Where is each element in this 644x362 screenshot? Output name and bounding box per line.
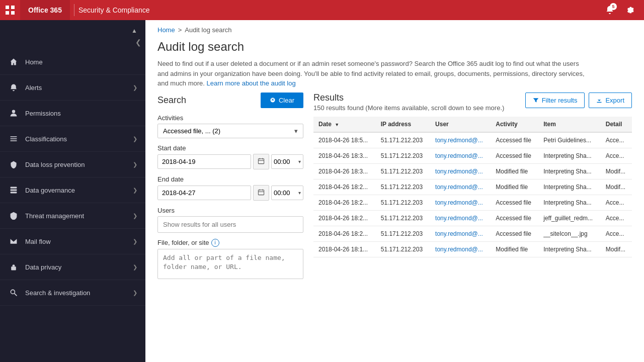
activities-select[interactable]: Accessed file, ... (2) ▾ — [157, 124, 303, 138]
cell-detail: Acce... — [601, 195, 632, 210]
table-row[interactable]: 2018-04-26 18:5... 51.171.212.203 tony.r… — [313, 132, 632, 148]
learn-more-link[interactable]: Learn more about the audit log — [207, 79, 296, 87]
filter-results-button[interactable]: Filter results — [525, 93, 585, 108]
col-date[interactable]: Date ▼ — [313, 117, 376, 132]
sidebar-item-label-permissions: Permissions — [25, 110, 137, 117]
sidebar-toggle-button[interactable]: ❮ — [135, 38, 141, 46]
export-button[interactable]: Export — [589, 93, 632, 108]
table-row[interactable]: 2018-04-26 18:3... 51.171.212.203 tony.r… — [313, 148, 632, 163]
sidebar-item-data-privacy[interactable]: Data privacy ❯ — [0, 254, 145, 280]
user-link[interactable]: tony.redmond@... — [435, 137, 483, 144]
activities-value: Accessed file, ... (2) — [163, 127, 220, 135]
end-time-select[interactable]: 00:00 ▾ — [271, 186, 303, 200]
cell-date: 2018-04-26 18:5... — [313, 132, 376, 148]
cell-detail: Modif... — [601, 179, 632, 195]
content-area: Home > Audit log search Audit log search… — [145, 20, 644, 362]
page-description: Need to find out if a user deleted a doc… — [157, 59, 590, 88]
col-ip: IP address — [376, 117, 430, 132]
search-panel: Search Clear Activities Accessed file, .… — [157, 93, 303, 358]
cell-date: 2018-04-26 18:2... — [313, 195, 376, 210]
start-date-calendar-button[interactable] — [253, 154, 269, 169]
user-link[interactable]: tony.redmond@... — [435, 246, 483, 253]
start-time-select[interactable]: 00:00 ▾ — [271, 154, 303, 169]
file-info-icon[interactable]: i — [211, 239, 219, 247]
results-table-wrap: Date ▼ IP address User Activity Item Det… — [313, 117, 632, 358]
sidebar-item-dlp[interactable]: Data loss prevention ❯ — [0, 152, 145, 177]
end-date-calendar-button[interactable] — [253, 185, 269, 201]
user-link[interactable]: tony.redmond@... — [435, 168, 483, 175]
breadcrumb-home[interactable]: Home — [157, 26, 175, 34]
cell-user: tony.redmond@... — [430, 148, 491, 163]
user-link[interactable]: tony.redmond@... — [435, 215, 483, 222]
sidebar-item-label-alerts: Alerts — [25, 84, 133, 92]
threat-management-icon — [8, 210, 19, 221]
svg-rect-3 — [11, 11, 15, 15]
table-row[interactable]: 2018-04-26 18:2... 51.171.212.203 tony.r… — [313, 179, 632, 195]
col-item: Item — [538, 117, 600, 132]
sidebar-item-label-search-investigation: Search & investigation — [25, 289, 133, 297]
collapse-button[interactable]: ▲ — [127, 24, 141, 37]
cell-item: Petri Guidelines... — [538, 132, 600, 148]
results-info: Results 150 results found (More items av… — [313, 93, 504, 112]
cell-date: 2018-04-26 18:2... — [313, 226, 376, 241]
sidebar-item-permissions[interactable]: Permissions — [0, 101, 145, 126]
notifications-button[interactable]: 5 — [602, 2, 618, 18]
cell-detail: Modif... — [601, 163, 632, 179]
results-title: Results — [313, 93, 504, 103]
file-label: File, folder, or site — [157, 239, 209, 246]
cell-activity: Accessed file — [491, 210, 538, 226]
results-count: 150 results found (More items available,… — [313, 104, 504, 112]
sidebar-item-search-investigation[interactable]: Search & investigation ❯ — [0, 280, 145, 306]
activities-label: Activities — [157, 114, 303, 122]
sidebar-item-alerts[interactable]: Alerts ❯ — [0, 75, 145, 101]
cell-user: tony.redmond@... — [430, 195, 491, 210]
svg-rect-11 — [11, 266, 16, 270]
svg-rect-7 — [11, 140, 17, 141]
cell-date: 2018-04-26 18:2... — [313, 179, 376, 195]
cell-activity: Modified file — [491, 179, 538, 195]
user-link[interactable]: tony.redmond@... — [435, 230, 483, 237]
end-date-input[interactable] — [157, 186, 251, 200]
users-input[interactable] — [157, 216, 303, 233]
clear-button[interactable]: Clear — [261, 93, 303, 108]
data-governance-icon — [8, 185, 19, 196]
sidebar-item-data-governance[interactable]: Data governance ❯ — [0, 177, 145, 203]
user-link[interactable]: tony.redmond@... — [435, 184, 483, 191]
col-detail: Detail — [601, 117, 632, 132]
cell-item: Interpreting Sha... — [538, 148, 600, 163]
table-row[interactable]: 2018-04-26 18:2... 51.171.212.203 tony.r… — [313, 226, 632, 241]
sidebar-item-threat-management[interactable]: Threat management ❯ — [0, 203, 145, 229]
sidebar-item-home[interactable]: Home — [0, 49, 145, 75]
cell-detail: Acce... — [601, 210, 632, 226]
sidebar-item-label-home: Home — [25, 58, 137, 66]
sidebar-item-mail-flow[interactable]: Mail flow ❯ — [0, 229, 145, 254]
search-header: Search Clear — [157, 93, 303, 108]
apps-button[interactable] — [0, 0, 20, 20]
topbar-title: Security & Compliance — [78, 6, 150, 14]
cell-item: Interpreting Sha... — [538, 195, 600, 210]
sidebar: ▲ ❮ Home Alerts ❯ Permissions — [0, 20, 145, 362]
svg-rect-18 — [258, 190, 264, 195]
table-row[interactable]: 2018-04-26 18:1... 51.171.212.203 tony.r… — [313, 241, 632, 257]
cell-user: tony.redmond@... — [430, 179, 491, 195]
svg-rect-2 — [6, 11, 9, 15]
cell-item: __siteIcon__.jpg — [538, 226, 600, 241]
start-time-value: 00:00 — [274, 158, 290, 165]
user-link[interactable]: tony.redmond@... — [435, 152, 483, 159]
table-row[interactable]: 2018-04-26 18:2... 51.171.212.203 tony.r… — [313, 195, 632, 210]
settings-button[interactable] — [622, 2, 638, 18]
sidebar-item-label-data-governance: Data governance — [25, 187, 133, 194]
col-activity: Activity — [491, 117, 538, 132]
cell-date: 2018-04-26 18:3... — [313, 148, 376, 163]
table-row[interactable]: 2018-04-26 18:3... 51.171.212.203 tony.r… — [313, 163, 632, 179]
table-row[interactable]: 2018-04-26 18:2... 51.171.212.203 tony.r… — [313, 210, 632, 226]
svg-rect-5 — [11, 136, 17, 137]
file-textarea[interactable] — [157, 249, 303, 279]
user-link[interactable]: tony.redmond@... — [435, 199, 483, 206]
cell-ip: 51.171.212.203 — [376, 132, 430, 148]
svg-rect-9 — [11, 189, 17, 191]
cell-user: tony.redmond@... — [430, 210, 491, 226]
start-date-input[interactable] — [157, 154, 251, 169]
sidebar-item-classifications[interactable]: Classifications ❯ — [0, 126, 145, 152]
results-actions: Filter results Export — [525, 93, 632, 108]
